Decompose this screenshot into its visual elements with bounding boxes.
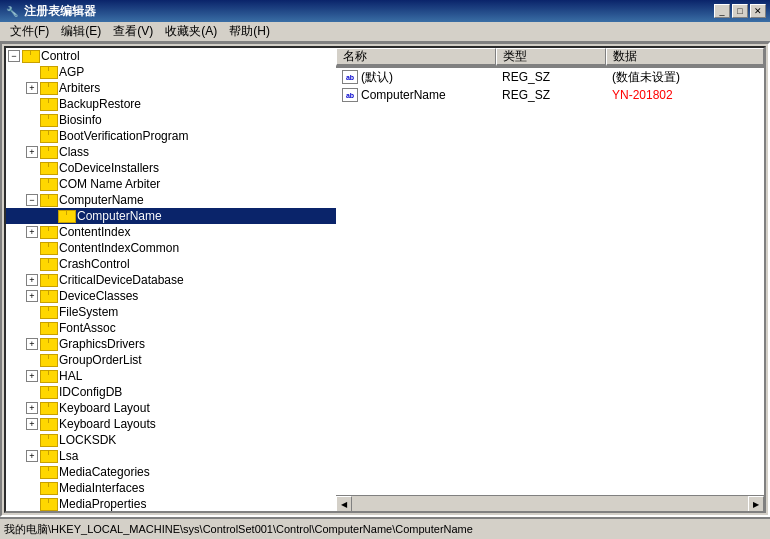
tree-item-arbiters[interactable]: +Arbiters [6, 80, 336, 96]
folder-icon-graphicsdrivers [40, 337, 56, 351]
folder-icon-agp [40, 65, 56, 79]
tree-label-contentindexcommon: ContentIndexCommon [59, 241, 179, 255]
tree-label-control: Control [41, 49, 80, 63]
tree-item-crashcontrol[interactable]: CrashControl [6, 256, 336, 272]
statusbar: 我的电脑\HKEY_LOCAL_MACHINE\sys\ControlSet00… [0, 517, 770, 539]
tree-item-filesystem[interactable]: FileSystem [6, 304, 336, 320]
tree-label-agp: AGP [59, 65, 84, 79]
expand-btn-computername[interactable]: − [26, 194, 38, 206]
cell-name-text-0: (默认) [361, 69, 393, 86]
tree-item-mediaproperties[interactable]: MediaProperties [6, 496, 336, 511]
menu-favorites[interactable]: 收藏夹(A) [159, 21, 223, 42]
tree-item-agp[interactable]: AGP [6, 64, 336, 80]
tree-item-mediacategories[interactable]: MediaCategories [6, 464, 336, 480]
col-header-data: 数据 [606, 48, 764, 66]
expand-btn-arbiters[interactable]: + [26, 82, 38, 94]
tree-item-codedeviceinstallers[interactable]: CoDeviceInstallers [6, 160, 336, 176]
folder-icon-keyboardlayout [40, 401, 56, 415]
tree-label-locksdk: LOCKSDK [59, 433, 116, 447]
folder-icon-arbiters [40, 81, 56, 95]
tree-item-locksdk[interactable]: LOCKSDK [6, 432, 336, 448]
menu-edit[interactable]: 编辑(E) [55, 21, 107, 42]
folder-icon-mediainterfaces [40, 481, 56, 495]
registry-icon-1: ab [342, 88, 358, 102]
expand-btn-keyboardlayout[interactable]: + [26, 402, 38, 414]
registry-icon-0: ab [342, 70, 358, 84]
expand-btn-keyboardlayouts[interactable]: + [26, 418, 38, 430]
tree-item-bootverificationprogram[interactable]: BootVerificationProgram [6, 128, 336, 144]
tree-label-arbiters: Arbiters [59, 81, 100, 95]
tree-label-mediaproperties: MediaProperties [59, 497, 146, 511]
tree-scroll[interactable]: −ControlAGP+ArbitersBackupRestoreBiosinf… [6, 48, 336, 511]
expand-btn-class[interactable]: + [26, 146, 38, 158]
menu-help[interactable]: 帮助(H) [223, 21, 276, 42]
folder-icon-mediacategories [40, 465, 56, 479]
tree-label-bootverificationprogram: BootVerificationProgram [59, 129, 188, 143]
tree-item-backuprestore[interactable]: BackupRestore [6, 96, 336, 112]
folder-icon-biosinfo [40, 113, 56, 127]
tree-item-computername2[interactable]: ComputerName [6, 208, 336, 224]
menu-view[interactable]: 查看(V) [107, 21, 159, 42]
scroll-track [352, 496, 748, 511]
folder-icon-filesystem [40, 305, 56, 319]
horizontal-scrollbar[interactable]: ◀ ▶ [336, 495, 764, 511]
cell-name-0: ab(默认) [336, 68, 496, 87]
tree-item-contentindex[interactable]: +ContentIndex [6, 224, 336, 240]
expand-btn-hal[interactable]: + [26, 370, 38, 382]
tree-item-class[interactable]: +Class [6, 144, 336, 160]
tree-label-deviceclasses: DeviceClasses [59, 289, 138, 303]
folder-icon-computername2 [58, 209, 74, 223]
tree-item-hal[interactable]: +HAL [6, 368, 336, 384]
cell-name-text-1: ComputerName [361, 88, 446, 102]
table-body: ab(默认)REG_SZ(数值未设置)abComputerNameREG_SZY… [336, 68, 764, 495]
close-button[interactable]: ✕ [750, 4, 766, 18]
tree-label-keyboardlayouts: Keyboard Layouts [59, 417, 156, 431]
maximize-button[interactable]: □ [732, 4, 748, 18]
scroll-left-button[interactable]: ◀ [336, 496, 352, 511]
col-header-name: 名称 [336, 48, 496, 66]
table-row-0[interactable]: ab(默认)REG_SZ(数值未设置) [336, 68, 764, 86]
folder-icon-hal [40, 369, 56, 383]
expand-btn-deviceclasses[interactable]: + [26, 290, 38, 302]
tree-item-comnamearbiter[interactable]: COM Name Arbiter [6, 176, 336, 192]
tree-label-computername: ComputerName [59, 193, 144, 207]
expand-btn-control[interactable]: − [8, 50, 20, 62]
expand-btn-criticaldevicedatabase[interactable]: + [26, 274, 38, 286]
menubar: 文件(F) 编辑(E) 查看(V) 收藏夹(A) 帮助(H) [0, 22, 770, 42]
tree-item-keyboardlayout[interactable]: +Keyboard Layout [6, 400, 336, 416]
tree-item-computername[interactable]: −ComputerName [6, 192, 336, 208]
tree-item-control[interactable]: −Control [6, 48, 336, 64]
tree-item-fontassoc[interactable]: FontAssoc [6, 320, 336, 336]
tree-item-keyboardlayouts[interactable]: +Keyboard Layouts [6, 416, 336, 432]
tree-item-contentindexcommon[interactable]: ContentIndexCommon [6, 240, 336, 256]
folder-icon-comnamearbiter [40, 177, 56, 191]
expand-btn-graphicsdrivers[interactable]: + [26, 338, 38, 350]
tree-item-biosinfo[interactable]: Biosinfo [6, 112, 336, 128]
tree-item-graphicsdrivers[interactable]: +GraphicsDrivers [6, 336, 336, 352]
folder-icon-criticaldevicedatabase [40, 273, 56, 287]
tree-label-comnamearbiter: COM Name Arbiter [59, 177, 160, 191]
tree-item-lsa[interactable]: +Lsa [6, 448, 336, 464]
expand-btn-contentindex[interactable]: + [26, 226, 38, 238]
tree-item-mediainterfaces[interactable]: MediaInterfaces [6, 480, 336, 496]
tree-item-grouporderlist[interactable]: GroupOrderList [6, 352, 336, 368]
minimize-button[interactable]: _ [714, 4, 730, 18]
tree-item-idconfigdb[interactable]: IDConfigDB [6, 384, 336, 400]
tree-label-mediacategories: MediaCategories [59, 465, 150, 479]
tree-label-criticaldevicedatabase: CriticalDeviceDatabase [59, 273, 184, 287]
scroll-right-button[interactable]: ▶ [748, 496, 764, 511]
folder-icon-fontassoc [40, 321, 56, 335]
tree-label-hal: HAL [59, 369, 82, 383]
tree-item-criticaldevicedatabase[interactable]: +CriticalDeviceDatabase [6, 272, 336, 288]
tree-label-graphicsdrivers: GraphicsDrivers [59, 337, 145, 351]
tree-label-contentindex: ContentIndex [59, 225, 130, 239]
folder-icon-locksdk [40, 433, 56, 447]
menu-file[interactable]: 文件(F) [4, 21, 55, 42]
tree-label-mediainterfaces: MediaInterfaces [59, 481, 144, 495]
expand-btn-lsa[interactable]: + [26, 450, 38, 462]
folder-icon-class [40, 145, 56, 159]
cell-type-0: REG_SZ [496, 69, 606, 85]
tree-item-deviceclasses[interactable]: +DeviceClasses [6, 288, 336, 304]
tree-label-biosinfo: Biosinfo [59, 113, 102, 127]
table-row-1[interactable]: abComputerNameREG_SZYN-201802 [336, 86, 764, 104]
